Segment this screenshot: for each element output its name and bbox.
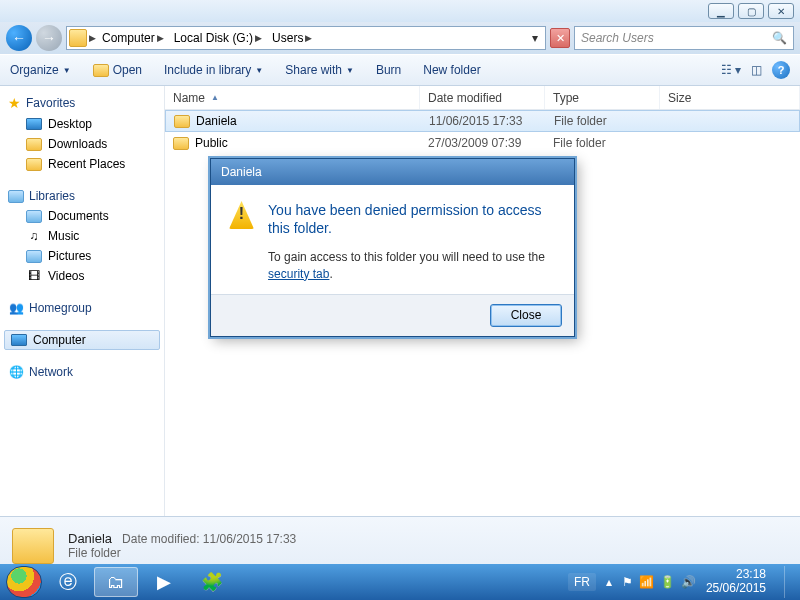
folder-icon xyxy=(12,528,54,564)
column-header-name[interactable]: Name▲ xyxy=(165,86,420,109)
folder-icon xyxy=(26,158,42,171)
clock-time: 23:18 xyxy=(706,568,766,582)
folder-icon xyxy=(93,64,109,77)
taskbar-media-icon[interactable]: ▶ xyxy=(142,567,186,597)
taskbar-ie-icon[interactable]: ⓔ xyxy=(46,567,90,597)
sort-asc-icon: ▲ xyxy=(211,93,219,102)
help-icon[interactable]: ? xyxy=(772,61,790,79)
access-denied-dialog: Daniela You have been denied permission … xyxy=(210,158,575,337)
close-window-button[interactable]: ✕ xyxy=(768,3,794,19)
back-button[interactable]: ← xyxy=(6,25,32,51)
file-date: 11/06/2015 17:33 xyxy=(421,114,546,128)
tray-network-icon[interactable]: 📶 xyxy=(639,575,654,589)
sidebar-item-recent-places[interactable]: Recent Places xyxy=(4,154,160,174)
share-with-menu[interactable]: Share with▼ xyxy=(285,63,354,77)
window-titlebar: ▁ ▢ ✕ xyxy=(0,0,800,22)
computer-icon xyxy=(11,334,27,346)
preview-pane-button[interactable]: ◫ xyxy=(751,63,762,77)
star-icon: ★ xyxy=(8,95,21,111)
breadcrumb-computer[interactable]: Computer▶ xyxy=(98,27,168,49)
taskbar-app-icon[interactable]: 🧩 xyxy=(190,567,234,597)
sidebar-item-documents[interactable]: Documents xyxy=(4,206,160,226)
battery-icon[interactable]: 🔋 xyxy=(660,575,675,589)
file-row[interactable]: Public27/03/2009 07:39File folder xyxy=(165,132,800,154)
taskbar-explorer-icon[interactable]: 🗂 xyxy=(94,567,138,597)
dialog-title: Daniela xyxy=(211,159,574,185)
breadcrumb-disk[interactable]: Local Disk (G:)▶ xyxy=(170,27,266,49)
flag-icon[interactable]: ⚑ xyxy=(622,575,633,589)
folder-icon xyxy=(173,137,189,150)
homegroup-icon: 👥 xyxy=(8,301,24,315)
pictures-icon xyxy=(26,250,42,263)
libraries-group[interactable]: Libraries xyxy=(4,186,160,206)
minimize-button[interactable]: ▁ xyxy=(708,3,734,19)
file-type: File folder xyxy=(545,136,660,150)
sidebar-item-pictures[interactable]: Pictures xyxy=(4,246,160,266)
dialog-body: To gain access to this folder you will n… xyxy=(268,249,556,281)
include-in-library-menu[interactable]: Include in library▼ xyxy=(164,63,263,77)
music-icon: ♫ xyxy=(26,229,42,243)
burn-button[interactable]: Burn xyxy=(376,63,401,77)
clock[interactable]: 23:18 25/06/2015 xyxy=(706,568,766,596)
documents-icon xyxy=(26,210,42,223)
network-group[interactable]: 🌐Network xyxy=(4,362,160,382)
file-name: Public xyxy=(195,136,228,150)
show-desktop-button[interactable] xyxy=(784,566,794,598)
details-type: File folder xyxy=(68,546,296,560)
file-row[interactable]: Daniela11/06/2015 17:33File folder xyxy=(165,110,800,132)
search-icon[interactable]: 🔍 xyxy=(772,31,787,45)
column-headers: Name▲ Date modified Type Size xyxy=(165,86,800,110)
libraries-icon xyxy=(8,190,24,203)
open-button[interactable]: Open xyxy=(93,63,142,77)
desktop-icon xyxy=(26,118,42,130)
tray-expand-icon[interactable]: ▴ xyxy=(606,575,612,589)
details-date-label: Date modified: xyxy=(122,532,199,546)
forward-button[interactable]: → xyxy=(36,25,62,51)
sidebar-item-desktop[interactable]: Desktop xyxy=(4,114,160,134)
new-folder-button[interactable]: New folder xyxy=(423,63,480,77)
sidebar-item-videos[interactable]: 🎞Videos xyxy=(4,266,160,286)
start-button[interactable] xyxy=(6,566,42,598)
videos-icon: 🎞 xyxy=(26,269,42,283)
network-icon: 🌐 xyxy=(8,365,24,379)
command-toolbar: Organize▼ Open Include in library▼ Share… xyxy=(0,54,800,86)
stop-refresh-button[interactable]: ✕ xyxy=(550,28,570,48)
folder-icon xyxy=(69,29,87,47)
search-placeholder: Search Users xyxy=(581,31,654,45)
navigation-pane: ★Favorites Desktop Downloads Recent Plac… xyxy=(0,86,165,516)
details-name: Daniela xyxy=(68,531,112,546)
maximize-button[interactable]: ▢ xyxy=(738,3,764,19)
sidebar-item-music[interactable]: ♫Music xyxy=(4,226,160,246)
security-tab-link[interactable]: security tab xyxy=(268,267,329,281)
taskbar: ⓔ 🗂 ▶ 🧩 FR ▴ ⚑ 📶 🔋 🔊 23:18 25/06/2015 xyxy=(0,564,800,600)
search-input[interactable]: Search Users 🔍 xyxy=(574,26,794,50)
file-date: 27/03/2009 07:39 xyxy=(420,136,545,150)
address-bar[interactable]: ▶ Computer▶ Local Disk (G:)▶ Users▶ ▾ xyxy=(66,26,546,50)
close-button[interactable]: Close xyxy=(490,304,562,327)
file-name: Daniela xyxy=(196,114,237,128)
address-dropdown-icon[interactable]: ▾ xyxy=(527,31,543,45)
clock-date: 25/06/2015 xyxy=(706,582,766,596)
language-indicator[interactable]: FR xyxy=(568,573,596,591)
favorites-group[interactable]: ★Favorites xyxy=(4,92,160,114)
column-header-date[interactable]: Date modified xyxy=(420,86,545,109)
view-options-button[interactable]: ☷ ▾ xyxy=(721,63,741,77)
navigation-bar: ← → ▶ Computer▶ Local Disk (G:)▶ Users▶ … xyxy=(0,22,800,54)
sidebar-item-downloads[interactable]: Downloads xyxy=(4,134,160,154)
folder-icon xyxy=(26,138,42,151)
organize-menu[interactable]: Organize▼ xyxy=(10,63,71,77)
warning-icon xyxy=(229,201,254,229)
breadcrumb-users[interactable]: Users▶ xyxy=(268,27,316,49)
details-date: 11/06/2015 17:33 xyxy=(203,532,296,546)
column-header-size[interactable]: Size xyxy=(660,86,800,109)
column-header-type[interactable]: Type xyxy=(545,86,660,109)
file-type: File folder xyxy=(546,114,661,128)
dialog-heading: You have been denied permission to acces… xyxy=(268,201,556,237)
folder-icon xyxy=(174,115,190,128)
homegroup-group[interactable]: 👥Homegroup xyxy=(4,298,160,318)
volume-icon[interactable]: 🔊 xyxy=(681,575,696,589)
sidebar-item-computer[interactable]: Computer xyxy=(4,330,160,350)
system-tray: FR ▴ ⚑ 📶 🔋 🔊 23:18 25/06/2015 xyxy=(568,566,794,598)
chevron-right-icon[interactable]: ▶ xyxy=(89,33,96,43)
